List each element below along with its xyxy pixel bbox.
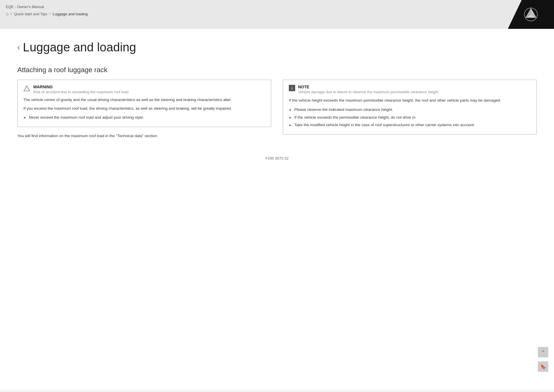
- warning-bullet-text: Never exceed the maximum roof load and a…: [29, 115, 144, 120]
- svg-point-1: [530, 14, 532, 15]
- note-bullet-list: ►Please observe the indicated maximum cl…: [289, 107, 531, 128]
- breadcrumb-quick-start[interactable]: Quick start and Tips: [14, 12, 47, 16]
- bullet-arrow-icon: ►: [289, 115, 292, 120]
- warning-box: ! WARNING Risk of accident due to exceed…: [17, 80, 271, 127]
- svg-text:!: !: [26, 87, 27, 91]
- warning-triangle-icon: !: [23, 85, 30, 92]
- warning-text-block: WARNING Risk of accident due to exceedin…: [33, 85, 128, 94]
- bullet-arrow-icon: ►: [289, 123, 292, 128]
- note-bullet-text: Please observe the indicated maximum cle…: [294, 107, 393, 113]
- note-bullet-item: ►Please observe the indicated maximum cl…: [289, 107, 531, 113]
- note-text-block: NOTE Vehicle damage due to failure to ob…: [298, 85, 438, 94]
- warning-subtitle: Risk of accident due to exceeding the ma…: [33, 90, 128, 94]
- bookmark-icon: 🔖: [540, 364, 546, 369]
- breadcrumb: ⌂ > Quick start and Tips > Luggage and l…: [6, 11, 548, 16]
- warning-para-1: The vehicle centre of gravity and the us…: [23, 97, 265, 103]
- page-number: F295 0075 02: [17, 156, 537, 166]
- manual-title: EQE - Owner's Manual: [6, 3, 548, 9]
- two-column-layout: ! WARNING Risk of accident due to exceed…: [17, 80, 537, 139]
- left-column: ! WARNING Risk of accident due to exceed…: [17, 80, 271, 139]
- main-content: ‹ Luggage and loading Attaching a roof l…: [0, 29, 554, 390]
- bullet-arrow-icon: ►: [23, 115, 27, 120]
- right-column: i NOTE Vehicle damage due to failure to …: [283, 80, 537, 139]
- section-title: Attaching a roof luggage rack: [17, 66, 537, 74]
- page-title: Luggage and loading: [23, 40, 136, 54]
- note-bullet-item: ►Take the modified vehicle height in the…: [289, 122, 531, 128]
- footer-note: You will find information on the maximum…: [17, 133, 271, 139]
- mercedes-star-icon: [524, 7, 538, 22]
- breadcrumb-sep-1: >: [10, 12, 12, 16]
- note-body: If the vehicle height exceeds the maximu…: [289, 98, 531, 103]
- note-title: NOTE: [298, 85, 438, 89]
- bullet-arrow-icon: ►: [289, 107, 292, 112]
- page-title-row: ‹ Luggage and loading: [17, 40, 537, 54]
- warning-bullet-item: ► Never exceed the maximum roof load and…: [23, 115, 265, 120]
- note-header: i NOTE Vehicle damage due to failure to …: [289, 85, 531, 94]
- breadcrumb-sep-2: >: [49, 12, 51, 16]
- header: EQE - Owner's Manual ⌂ > Quick start and…: [0, 0, 554, 29]
- warning-para-2: If you exceed the maximum roof load, the…: [23, 106, 265, 111]
- warning-bullet-list: ► Never exceed the maximum roof load and…: [23, 115, 265, 120]
- breadcrumb-home[interactable]: ⌂: [6, 11, 9, 16]
- note-subtitle: Vehicle damage due to failure to observe…: [298, 90, 438, 94]
- note-box: i NOTE Vehicle damage due to failure to …: [283, 80, 537, 135]
- breadcrumb-current: Luggage and loading: [53, 12, 88, 16]
- note-bullet-text: Take the modified vehicle height in the …: [294, 122, 475, 128]
- note-bullet-text: If the vehicle exceeds the permissible c…: [294, 115, 416, 120]
- chevron-up-icon: ⌃: [541, 350, 545, 355]
- note-bullet-item: ►If the vehicle exceeds the permissible …: [289, 115, 531, 120]
- scroll-up-button[interactable]: ⌃: [538, 347, 548, 357]
- warning-title: WARNING: [33, 85, 128, 89]
- warning-header: ! WARNING Risk of accident due to exceed…: [23, 85, 265, 94]
- note-icon: i: [289, 85, 295, 91]
- back-button[interactable]: ‹: [17, 43, 20, 52]
- bookmark-button[interactable]: 🔖: [538, 361, 548, 372]
